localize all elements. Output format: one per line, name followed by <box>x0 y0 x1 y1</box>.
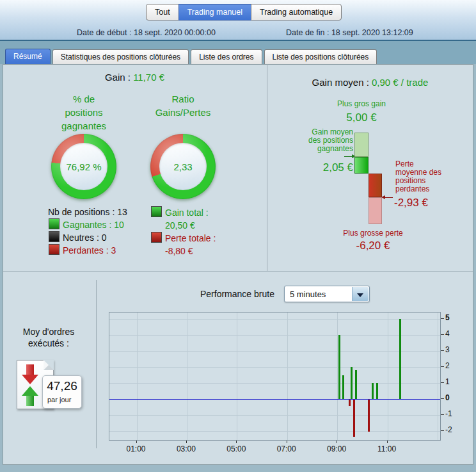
gain-bar <box>376 383 378 399</box>
x-tick <box>186 441 187 443</box>
subtab-band: Résumé Statistiques des positions clôtur… <box>0 41 476 64</box>
winning-pct-title-line1: % de <box>42 92 125 106</box>
y-tick <box>441 398 444 399</box>
gain-moyen-gagnantes-value: 2,05 € <box>289 161 353 174</box>
gain-bar <box>342 375 344 400</box>
y-tick <box>441 430 444 431</box>
x-tick-label: 01:00 <box>120 444 152 453</box>
neutral-count-label: Neutres : 0 <box>63 232 106 243</box>
loss-bar <box>368 400 370 432</box>
loss-bar <box>349 400 351 406</box>
avg-gain-arrow-icon <box>344 156 353 157</box>
date-start-label: Date de début : <box>77 28 131 37</box>
tab-liste-positions[interactable]: Liste des positions clôturées <box>264 49 377 64</box>
panel-separator-horizontal <box>3 271 473 272</box>
y-tick <box>441 366 444 367</box>
date-end: Date de fin : 18 sept. 2020 13:12:09 <box>286 28 413 37</box>
page-fold-icon <box>44 360 54 370</box>
ratio-title-line2: Gains/Pertes <box>141 106 225 119</box>
date-start: Date de début : 18 sept. 2020 00:00:00 <box>77 28 216 37</box>
horizontal-gridline <box>109 415 440 416</box>
gain-label: Gain : <box>105 72 131 83</box>
ratio-title: Ratio Gains/Pertes <box>141 92 225 119</box>
top-header: Tout Trading manuel Trading automatique … <box>0 0 476 40</box>
y-tick-label: 1 <box>445 377 450 386</box>
gain-bar <box>338 335 340 399</box>
date-end-label: Date de fin : <box>286 28 329 37</box>
winning-pct-title-line2: positions <box>42 106 125 119</box>
tab-trading-automatique[interactable]: Trading automatique <box>251 4 342 20</box>
tab-liste-ordres[interactable]: Liste des ordres <box>191 49 262 64</box>
x-axis: 01:0003:0005:0007:0009:0011:00 <box>109 441 441 455</box>
orders-per-day-box: 47,26 par jour <box>42 375 82 409</box>
plus-grosse-perte-label: Plus grosse perte <box>331 229 415 238</box>
gain-total-swatch-icon <box>151 206 162 217</box>
max-loss-bar-segment <box>369 197 382 224</box>
y-tick-label: -1 <box>445 409 452 418</box>
avg-gain-bar-segment <box>354 157 369 174</box>
winning-pct-donut-chart: 76,92 % <box>51 134 116 199</box>
vertical-gridline <box>438 313 438 440</box>
x-tick-label: 03:00 <box>170 444 202 453</box>
tab-resume[interactable]: Résumé <box>5 49 51 64</box>
gain-moyen-label: Gain moyen : <box>312 77 369 88</box>
orders-per-day-value: 47,26 <box>43 379 81 393</box>
x-tick-label: 07:00 <box>271 444 303 453</box>
dropdown-arrow-icon[interactable] <box>352 287 369 301</box>
winning-legend-swatch-icon <box>49 218 60 229</box>
ratio-donut-chart: 2,33 <box>150 134 216 199</box>
y-tick <box>441 318 444 319</box>
tab-trading-manuel[interactable]: Trading manuel <box>178 4 251 20</box>
y-tick-label: -2 <box>445 425 452 434</box>
subtab-bar: Résumé Statistiques des positions clôtur… <box>5 49 377 64</box>
zero-line <box>109 399 440 400</box>
perte-moyenne-value: -2,93 € <box>394 197 428 209</box>
vertical-gridline <box>388 313 388 440</box>
tab-tout[interactable]: Tout <box>146 4 179 20</box>
trading-stats-window: Tout Trading manuel Trading automatique … <box>0 0 476 472</box>
perte-totale-value: -8,80 € <box>165 246 193 256</box>
perte-totale-label: Perte totale : <box>165 233 216 243</box>
y-tick-label: 2 <box>445 361 450 370</box>
up-arrow-icon <box>22 386 38 406</box>
vertical-gridline <box>137 313 138 440</box>
interval-select[interactable]: 5 minutes <box>284 286 370 302</box>
ratio-title-line1: Ratio <box>141 92 225 106</box>
losing-count-label: Perdantes : 3 <box>63 245 116 256</box>
vertical-gridline <box>237 313 237 440</box>
loss-bar <box>353 400 355 437</box>
gain-moyen-value: 0,90 € / trade <box>372 77 428 88</box>
ratio-value: 2,33 <box>150 134 216 199</box>
gain-bar <box>372 383 374 399</box>
x-tick <box>287 441 287 443</box>
horizontal-gridline <box>109 383 440 384</box>
gain-moyen-gagnantes-label: Gain moyen des positions gagnantes <box>291 128 353 153</box>
x-tick-label: 09:00 <box>321 444 353 453</box>
plus-gros-gain-label: Plus gros gain <box>326 100 397 108</box>
avg-loss-arrow-icon <box>385 197 393 198</box>
y-tick-label: 5 <box>445 313 450 322</box>
vertical-gridline <box>187 313 187 440</box>
y-tick <box>441 334 444 335</box>
gain-total-label: Gain total : <box>165 208 209 218</box>
x-tick <box>236 441 237 443</box>
x-tick-label: 05:00 <box>220 444 252 453</box>
plus-gros-gain-value: 5,00 € <box>323 111 400 124</box>
y-tick <box>441 414 444 415</box>
interval-select-value: 5 minutes <box>290 289 326 299</box>
horizontal-gridline <box>109 319 440 320</box>
performance-plot <box>109 312 441 441</box>
gain-total-value: 20,50 € <box>165 220 195 231</box>
gain-moyen-header: Gain moyen : 0,90 € / trade <box>267 77 473 88</box>
avg-loss-bar-segment <box>369 174 382 197</box>
chart-section-separator <box>96 280 97 448</box>
gain-bar <box>351 367 353 399</box>
y-axis: 543210-1-2 <box>441 312 460 441</box>
date-start-value: 18 sept. 2020 00:00:00 <box>134 28 216 37</box>
gain-value: 11,70 € <box>133 72 164 83</box>
tab-statistiques-positions[interactable]: Statistiques des positions clôturées <box>52 49 189 64</box>
losing-legend-swatch-icon <box>49 244 60 255</box>
gain-bar <box>399 319 401 399</box>
y-tick-label: 4 <box>445 329 450 338</box>
y-tick-label: 3 <box>445 345 450 354</box>
